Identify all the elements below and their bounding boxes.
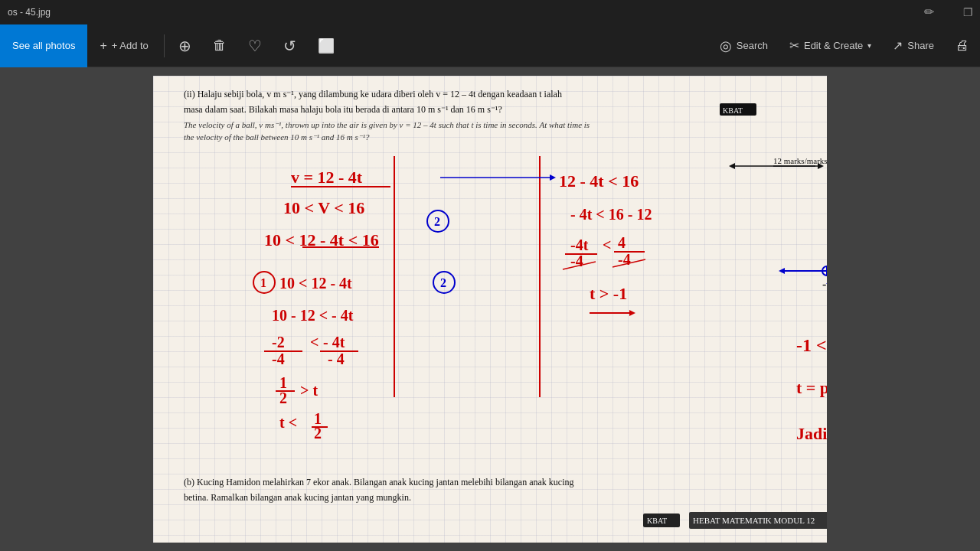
photo-container: (ii) Halaju sebiji bola, v m s⁻¹, yang d… (153, 76, 827, 543)
edit-create-button[interactable]: ✂ Edit & Create ▾ (779, 24, 882, 67)
print-button[interactable]: 🖨 (945, 24, 980, 67)
pencil-area: ✏ (924, 5, 934, 19)
restore-btn[interactable]: ❐ (963, 8, 972, 17)
search-button[interactable]: ◎ Search (709, 24, 779, 67)
crop-icon: ⬜ (318, 37, 335, 54)
zoom-icon: ⊕ (178, 37, 191, 55)
favorite-button[interactable]: ♡ (237, 24, 273, 67)
worksheet: (ii) Halaju sebiji bola, v m s⁻¹, yang d… (153, 76, 827, 543)
titlebar: os - 45.jpg ✏ ❐ (0, 0, 980, 24)
print-icon: 🖨 (956, 37, 969, 54)
grid-background (153, 76, 827, 543)
add-icon: + (100, 39, 106, 53)
window-controls: ❐ (963, 8, 972, 17)
edit-icon-btn[interactable]: ✏ (924, 5, 934, 19)
window-title: os - 45.jpg (8, 7, 51, 18)
separator-1 (164, 34, 165, 57)
add-to-button[interactable]: + + Add to (87, 24, 160, 67)
delete-icon: 🗑 (213, 37, 227, 54)
share-icon: ↗ (893, 38, 903, 53)
edit-create-label: Edit & Create (804, 40, 863, 51)
zoom-button[interactable]: ⊕ (168, 24, 202, 67)
add-to-label: + Add to (112, 40, 149, 51)
crop-button[interactable]: ⬜ (307, 24, 345, 67)
edit-create-icon: ✂ (789, 38, 799, 53)
share-button[interactable]: ↗ Share (882, 24, 945, 67)
main-content: (ii) Halaju sebiji bola, v m s⁻¹, yang d… (0, 67, 980, 551)
delete-button[interactable]: 🗑 (202, 24, 237, 67)
toolbar: See all photos + + Add to ⊕ 🗑 ♡ ↺ ⬜ ◎ Se… (0, 24, 980, 67)
search-label: Search (737, 40, 768, 51)
search-icon: ◎ (720, 37, 732, 54)
heart-icon: ♡ (248, 37, 262, 55)
see-all-photos-button[interactable]: See all photos (0, 24, 87, 67)
share-label: Share (907, 40, 934, 51)
chevron-down-icon: ▾ (867, 41, 871, 50)
toolbar-right: ◎ Search ✂ Edit & Create ▾ ↗ Share 🖨 (709, 24, 980, 67)
rotate-icon: ↺ (283, 37, 296, 55)
rotate-button[interactable]: ↺ (273, 24, 307, 67)
